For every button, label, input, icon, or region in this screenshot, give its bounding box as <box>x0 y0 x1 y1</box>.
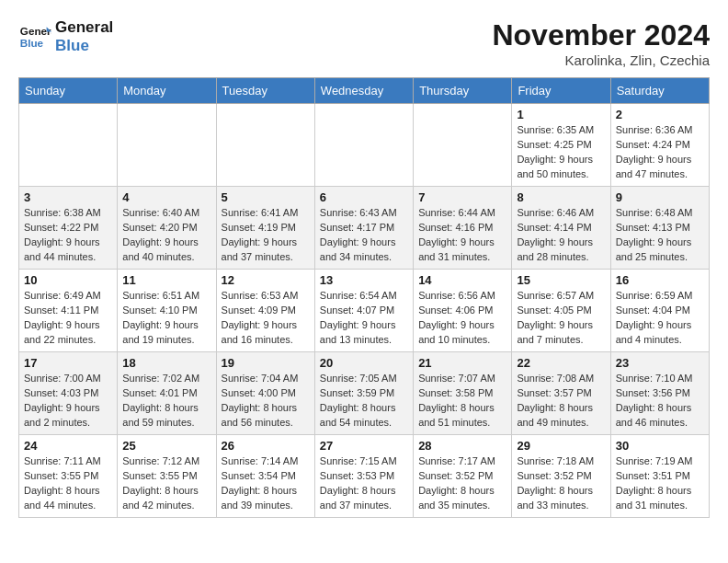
day-number: 15 <box>517 273 605 287</box>
logo-general-text: General <box>55 18 113 37</box>
day-info: Sunrise: 6:51 AMSunset: 4:10 PMDaylight:… <box>122 289 210 348</box>
calendar-cell: 2Sunrise: 6:36 AMSunset: 4:24 PMDaylight… <box>610 104 709 187</box>
day-number: 30 <box>616 439 704 453</box>
calendar-cell: 12Sunrise: 6:53 AMSunset: 4:09 PMDayligh… <box>216 270 314 352</box>
col-header-sunday: Sunday <box>19 78 118 104</box>
day-number: 12 <box>222 273 310 287</box>
col-header-tuesday: Tuesday <box>216 78 314 104</box>
calendar-cell: 21Sunrise: 7:07 AMSunset: 3:58 PMDayligh… <box>414 352 512 435</box>
svg-text:Blue: Blue <box>20 37 44 49</box>
col-header-wednesday: Wednesday <box>314 78 413 104</box>
day-info: Sunrise: 6:59 AMSunset: 4:04 PMDaylight:… <box>616 289 704 348</box>
day-number: 9 <box>616 190 704 204</box>
calendar-cell: 3Sunrise: 6:38 AMSunset: 4:22 PMDaylight… <box>19 187 118 270</box>
day-number: 11 <box>122 273 210 287</box>
day-number: 19 <box>222 356 310 370</box>
day-info: Sunrise: 7:00 AMSunset: 4:03 PMDaylight:… <box>24 372 112 431</box>
calendar-cell: 9Sunrise: 6:48 AMSunset: 4:13 PMDaylight… <box>610 187 709 270</box>
day-number: 6 <box>320 190 408 204</box>
day-info: Sunrise: 6:35 AMSunset: 4:25 PMDaylight:… <box>517 123 605 182</box>
day-info: Sunrise: 7:14 AMSunset: 3:54 PMDaylight:… <box>222 454 310 513</box>
calendar-cell: 14Sunrise: 6:56 AMSunset: 4:06 PMDayligh… <box>414 270 512 352</box>
day-info: Sunrise: 7:05 AMSunset: 3:59 PMDaylight:… <box>320 372 408 431</box>
day-number: 4 <box>122 190 210 204</box>
calendar-cell: 11Sunrise: 6:51 AMSunset: 4:10 PMDayligh… <box>118 270 216 352</box>
calendar-cell: 13Sunrise: 6:54 AMSunset: 4:07 PMDayligh… <box>314 270 413 352</box>
calendar-cell: 25Sunrise: 7:12 AMSunset: 3:55 PMDayligh… <box>118 435 216 518</box>
day-info: Sunrise: 7:02 AMSunset: 4:01 PMDaylight:… <box>122 372 210 431</box>
day-number: 7 <box>418 190 506 204</box>
location-subtitle: Karolinka, Zlin, Czechia <box>492 52 710 68</box>
day-info: Sunrise: 6:43 AMSunset: 4:17 PMDaylight:… <box>320 206 408 265</box>
day-number: 13 <box>320 273 408 287</box>
calendar-cell: 30Sunrise: 7:19 AMSunset: 3:51 PMDayligh… <box>610 435 709 518</box>
col-header-friday: Friday <box>512 78 610 104</box>
calendar-cell <box>216 104 314 187</box>
calendar-cell: 4Sunrise: 6:40 AMSunset: 4:20 PMDaylight… <box>118 187 216 270</box>
day-number: 23 <box>616 356 704 370</box>
calendar-cell: 18Sunrise: 7:02 AMSunset: 4:01 PMDayligh… <box>118 352 216 435</box>
day-number: 2 <box>616 108 704 121</box>
calendar-cell: 26Sunrise: 7:14 AMSunset: 3:54 PMDayligh… <box>216 435 314 518</box>
day-number: 8 <box>517 190 605 204</box>
day-info: Sunrise: 7:08 AMSunset: 3:57 PMDaylight:… <box>517 372 605 431</box>
day-info: Sunrise: 6:41 AMSunset: 4:19 PMDaylight:… <box>222 206 310 265</box>
logo-icon: General Blue <box>18 20 51 53</box>
day-number: 22 <box>517 356 605 370</box>
day-info: Sunrise: 6:44 AMSunset: 4:16 PMDaylight:… <box>418 206 506 265</box>
day-number: 14 <box>418 273 506 287</box>
day-info: Sunrise: 7:15 AMSunset: 3:53 PMDaylight:… <box>320 454 408 513</box>
day-number: 10 <box>24 273 112 287</box>
day-info: Sunrise: 7:17 AMSunset: 3:52 PMDaylight:… <box>418 454 506 513</box>
day-info: Sunrise: 7:11 AMSunset: 3:55 PMDaylight:… <box>24 454 112 513</box>
day-info: Sunrise: 6:56 AMSunset: 4:06 PMDaylight:… <box>418 289 506 348</box>
day-number: 24 <box>24 439 112 453</box>
day-info: Sunrise: 6:48 AMSunset: 4:13 PMDaylight:… <box>616 206 704 265</box>
day-number: 27 <box>320 439 408 453</box>
day-info: Sunrise: 7:18 AMSunset: 3:52 PMDaylight:… <box>517 454 605 513</box>
calendar-cell: 15Sunrise: 6:57 AMSunset: 4:05 PMDayligh… <box>512 270 610 352</box>
day-number: 1 <box>517 108 605 121</box>
calendar-cell: 22Sunrise: 7:08 AMSunset: 3:57 PMDayligh… <box>512 352 610 435</box>
day-info: Sunrise: 7:12 AMSunset: 3:55 PMDaylight:… <box>122 454 210 513</box>
day-info: Sunrise: 6:57 AMSunset: 4:05 PMDaylight:… <box>517 289 605 348</box>
day-info: Sunrise: 7:19 AMSunset: 3:51 PMDaylight:… <box>616 454 704 513</box>
day-number: 5 <box>222 190 310 204</box>
calendar-cell: 6Sunrise: 6:43 AMSunset: 4:17 PMDaylight… <box>314 187 413 270</box>
day-info: Sunrise: 7:04 AMSunset: 4:00 PMDaylight:… <box>222 372 310 431</box>
logo: General Blue General Blue <box>18 18 113 56</box>
calendar-cell: 23Sunrise: 7:10 AMSunset: 3:56 PMDayligh… <box>610 352 709 435</box>
day-info: Sunrise: 7:10 AMSunset: 3:56 PMDaylight:… <box>616 372 704 431</box>
calendar-cell: 20Sunrise: 7:05 AMSunset: 3:59 PMDayligh… <box>314 352 413 435</box>
col-header-monday: Monday <box>118 78 216 104</box>
day-info: Sunrise: 6:40 AMSunset: 4:20 PMDaylight:… <box>122 206 210 265</box>
calendar-cell <box>414 104 512 187</box>
calendar-cell: 8Sunrise: 6:46 AMSunset: 4:14 PMDaylight… <box>512 187 610 270</box>
calendar-cell: 19Sunrise: 7:04 AMSunset: 4:00 PMDayligh… <box>216 352 314 435</box>
day-info: Sunrise: 7:07 AMSunset: 3:58 PMDaylight:… <box>418 372 506 431</box>
day-number: 26 <box>222 439 310 453</box>
day-info: Sunrise: 6:49 AMSunset: 4:11 PMDaylight:… <box>24 289 112 348</box>
calendar-cell: 24Sunrise: 7:11 AMSunset: 3:55 PMDayligh… <box>19 435 118 518</box>
day-info: Sunrise: 6:53 AMSunset: 4:09 PMDaylight:… <box>222 289 310 348</box>
calendar-cell: 16Sunrise: 6:59 AMSunset: 4:04 PMDayligh… <box>610 270 709 352</box>
month-title: November 2024 <box>492 18 710 52</box>
calendar-cell: 17Sunrise: 7:00 AMSunset: 4:03 PMDayligh… <box>19 352 118 435</box>
day-number: 17 <box>24 356 112 370</box>
calendar-cell: 28Sunrise: 7:17 AMSunset: 3:52 PMDayligh… <box>414 435 512 518</box>
day-number: 18 <box>122 356 210 370</box>
day-number: 3 <box>24 190 112 204</box>
page-header: General Blue General Blue November 2024 … <box>18 18 710 68</box>
day-number: 16 <box>616 273 704 287</box>
day-number: 28 <box>418 439 506 453</box>
calendar-table: SundayMondayTuesdayWednesdayThursdayFrid… <box>18 77 710 518</box>
day-info: Sunrise: 6:46 AMSunset: 4:14 PMDaylight:… <box>517 206 605 265</box>
calendar-cell <box>19 104 118 187</box>
calendar-cell: 7Sunrise: 6:44 AMSunset: 4:16 PMDaylight… <box>414 187 512 270</box>
col-header-saturday: Saturday <box>610 78 709 104</box>
calendar-cell: 1Sunrise: 6:35 AMSunset: 4:25 PMDaylight… <box>512 104 610 187</box>
day-info: Sunrise: 6:36 AMSunset: 4:24 PMDaylight:… <box>616 123 704 182</box>
calendar-cell: 29Sunrise: 7:18 AMSunset: 3:52 PMDayligh… <box>512 435 610 518</box>
calendar-cell: 27Sunrise: 7:15 AMSunset: 3:53 PMDayligh… <box>314 435 413 518</box>
calendar-cell <box>314 104 413 187</box>
